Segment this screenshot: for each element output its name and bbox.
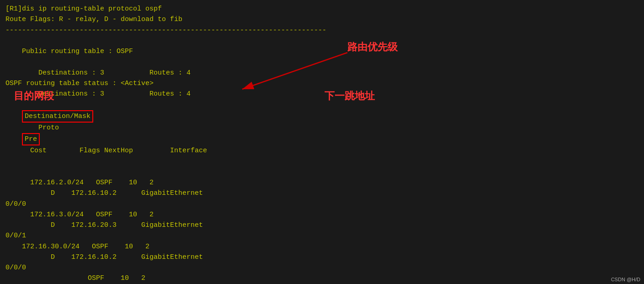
route-row-2-flags: D 172.16.20.3 GigabitEthernet	[5, 220, 639, 230]
destinations-routes-2: Destinations : 3 Routes : 4	[5, 89, 639, 99]
annotation-destination-network: 目的网段	[14, 89, 54, 103]
route-row-3-flags: D 172.16.10.2 GigabitEthernet	[5, 252, 639, 263]
route-row-1-iface: 0/0/0	[5, 199, 639, 209]
annotation-routing-priority: 路由优先级	[347, 40, 398, 54]
empty-line-1	[5, 167, 639, 177]
separator-line: ----------------------------------------…	[5, 25, 639, 36]
route-row-2-dest: 172.16.3.0/24 OSPF 10 2	[5, 209, 639, 220]
route-row-1-dest: 172.16.2.0/24 OSPF 10 2	[5, 177, 639, 188]
route-row-1-flags: D 172.16.10.2 GigabitEthernet	[5, 188, 639, 198]
ospf-status-active: OSPF routing table status : <Active>	[5, 78, 639, 89]
route-row-3-iface: 0/0/0	[5, 263, 639, 273]
destinations-routes-1: Destinations : 3 Routes : 4	[5, 68, 639, 78]
route-flags-line: Route Flags: R - relay, D - download to …	[5, 14, 639, 25]
route-row-4-dest: OSPF 10 2	[5, 273, 639, 284]
table-header: Destination/Mask Proto Pre Cost Flags Ne…	[5, 99, 639, 167]
pre-header: Pre	[22, 133, 40, 145]
terminal-window: [R1]dis ip routing-table protocol ospf R…	[0, 0, 644, 284]
watermark-text: CSDN @H/D	[611, 277, 640, 282]
command-line: [R1]dis ip routing-table protocol ospf	[5, 4, 639, 14]
route-row-2-iface: 0/0/1	[5, 230, 639, 241]
public-routing-header: Public routing table : OSPF	[5, 36, 639, 68]
route-row-3-dest: 172.16.30.0/24 OSPF 10 2	[5, 241, 639, 252]
annotation-next-hop: 下一跳地址	[325, 89, 375, 103]
destination-mask-header: Destination/Mask	[22, 110, 93, 123]
